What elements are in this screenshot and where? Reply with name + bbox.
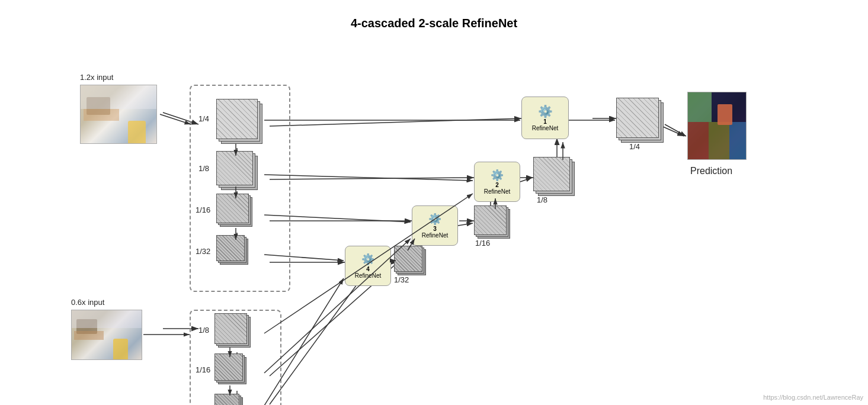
output-scale-132-label: 1/32 [394,275,409,284]
prediction-image [687,92,747,160]
refinenet2-box: ⚙️ 2 RefineNet [474,162,520,202]
svg-line-21 [270,278,361,404]
refinenet4-box: ⚙️ 4 RefineNet [345,246,391,286]
output-scale-18-label: 1/8 [537,195,547,204]
scale-14-label: 1/4 [198,114,209,123]
svg-line-30 [264,175,473,181]
refinenet3-box: ⚙️ 3 RefineNet [412,205,458,246]
scale-18-label: 1/8 [198,164,209,173]
input-06x-label: 0.6x input [71,298,104,307]
input-12x-label: 1.2x input [80,73,113,82]
svg-line-35 [458,223,473,226]
refinenet2-icon: ⚙️ [491,169,504,182]
scale-06x-18-label: 1/8 [198,326,209,335]
input-12x-image [80,85,157,144]
svg-line-40 [665,124,686,136]
scale-132-label: 1/32 [196,247,210,256]
prediction-label: Prediction [690,166,732,176]
input-06x-image [71,310,142,360]
svg-line-24 [160,114,191,124]
scale-06x-116-label: 1/16 [196,365,210,374]
svg-line-6 [270,118,521,126]
refinenet1-box: ⚙️ 1 RefineNet [521,97,569,139]
svg-line-7 [270,178,474,179]
output-scale-14-label: 1/4 [629,142,640,151]
svg-line-37 [520,178,532,182]
main-title: 4-cascaded 2-scale RefineNet [0,17,868,30]
refinenet1-icon: ⚙️ [538,104,553,118]
refinenet3-icon: ⚙️ [428,213,441,226]
watermark: https://blog.csdn.net/LawrenceRay [763,394,863,401]
scale-116-label: 1/16 [196,205,210,214]
refinenet4-icon: ⚙️ [361,253,374,266]
output-scale-116-label: 1/16 [475,239,490,247]
